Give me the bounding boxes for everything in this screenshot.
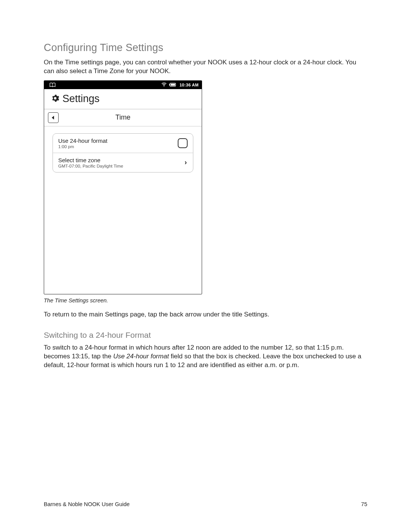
footer-left: Barnes & Noble NOOK User Guide	[44, 501, 130, 507]
gear-icon	[51, 94, 59, 104]
chevron-right-icon: ›	[185, 158, 188, 166]
switch-paragraph: To switch to a 24-hour format in which h…	[44, 343, 367, 370]
statusbar-time: 10:36 AM	[180, 83, 199, 87]
use-24-hour-format-row[interactable]: Use 24-hour format 1:00 pm	[53, 134, 193, 153]
text-run-italic: Use 24-hour format	[113, 353, 169, 360]
subsection-heading: Switching to a 24-hour Format	[44, 331, 367, 340]
screenshot-caption: The Time Settings screen.	[44, 297, 367, 304]
page-footer: Barnes & Noble NOOK User Guide 75	[44, 501, 367, 507]
wifi-icon	[161, 83, 167, 87]
settings-list: Use 24-hour format 1:00 pm Select time z…	[44, 126, 202, 173]
device-screenshot: 10:36 AM Settings Time Use 24-hour forma…	[44, 80, 202, 294]
battery-icon	[169, 83, 177, 87]
app-title: Settings	[62, 93, 100, 105]
page-title: Time	[44, 113, 202, 121]
select-time-zone-row[interactable]: Select time zone GMT-07:00, Pacific Dayl…	[53, 153, 193, 172]
checkbox-icon[interactable]	[178, 138, 188, 148]
svg-rect-3	[169, 84, 170, 86]
row-label: Use 24-hour format	[58, 137, 178, 144]
status-bar: 10:36 AM	[44, 81, 202, 89]
back-button[interactable]	[48, 112, 59, 123]
footer-page-number: 75	[361, 501, 367, 507]
manual-page: Configuring Time Settings On the Time se…	[0, 0, 411, 532]
return-instruction: To return to the main Settings page, tap…	[44, 310, 367, 319]
app-title-bar: Settings	[44, 89, 202, 109]
page-title-bar: Time	[44, 109, 202, 126]
row-label: Select time zone	[58, 157, 185, 163]
intro-paragraph: On the Time settings page, you can contr…	[44, 58, 367, 76]
back-arrow-icon	[51, 115, 56, 120]
row-sublabel: 1:00 pm	[58, 144, 178, 149]
section-heading: Configuring Time Settings	[44, 42, 367, 54]
book-icon	[49, 83, 56, 87]
settings-card: Use 24-hour format 1:00 pm Select time z…	[53, 133, 193, 173]
svg-point-5	[54, 97, 56, 99]
svg-point-1	[164, 86, 164, 87]
row-sublabel: GMT-07:00, Pacific Daylight Time	[58, 164, 185, 168]
svg-rect-4	[170, 84, 175, 86]
